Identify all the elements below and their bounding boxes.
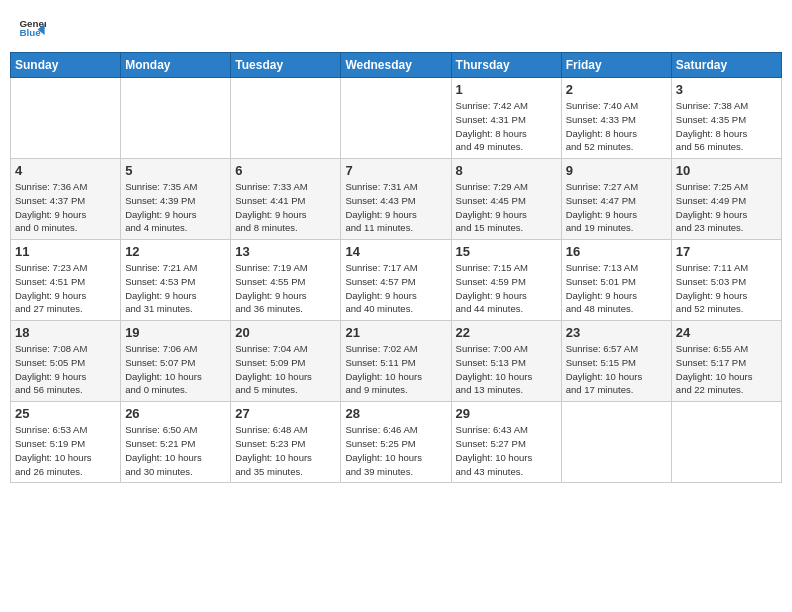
weekday-header-cell: Friday bbox=[561, 53, 671, 78]
calendar-cell: 7Sunrise: 7:31 AM Sunset: 4:43 PM Daylig… bbox=[341, 159, 451, 240]
calendar-cell: 22Sunrise: 7:00 AM Sunset: 5:13 PM Dayli… bbox=[451, 321, 561, 402]
day-info: Sunrise: 6:57 AM Sunset: 5:15 PM Dayligh… bbox=[566, 342, 667, 397]
calendar-week-row: 25Sunrise: 6:53 AM Sunset: 5:19 PM Dayli… bbox=[11, 402, 782, 483]
calendar-cell bbox=[671, 402, 781, 483]
day-number: 20 bbox=[235, 325, 336, 340]
page-header: General Blue bbox=[10, 10, 782, 46]
weekday-header-cell: Thursday bbox=[451, 53, 561, 78]
calendar-body: 1Sunrise: 7:42 AM Sunset: 4:31 PM Daylig… bbox=[11, 78, 782, 483]
weekday-header-row: SundayMondayTuesdayWednesdayThursdayFrid… bbox=[11, 53, 782, 78]
calendar-week-row: 18Sunrise: 7:08 AM Sunset: 5:05 PM Dayli… bbox=[11, 321, 782, 402]
day-info: Sunrise: 7:15 AM Sunset: 4:59 PM Dayligh… bbox=[456, 261, 557, 316]
day-number: 7 bbox=[345, 163, 446, 178]
calendar-cell: 11Sunrise: 7:23 AM Sunset: 4:51 PM Dayli… bbox=[11, 240, 121, 321]
calendar-cell: 25Sunrise: 6:53 AM Sunset: 5:19 PM Dayli… bbox=[11, 402, 121, 483]
day-number: 10 bbox=[676, 163, 777, 178]
calendar-cell: 13Sunrise: 7:19 AM Sunset: 4:55 PM Dayli… bbox=[231, 240, 341, 321]
day-info: Sunrise: 7:40 AM Sunset: 4:33 PM Dayligh… bbox=[566, 99, 667, 154]
calendar-week-row: 1Sunrise: 7:42 AM Sunset: 4:31 PM Daylig… bbox=[11, 78, 782, 159]
calendar-cell: 19Sunrise: 7:06 AM Sunset: 5:07 PM Dayli… bbox=[121, 321, 231, 402]
day-number: 24 bbox=[676, 325, 777, 340]
calendar-week-row: 4Sunrise: 7:36 AM Sunset: 4:37 PM Daylig… bbox=[11, 159, 782, 240]
calendar-cell: 9Sunrise: 7:27 AM Sunset: 4:47 PM Daylig… bbox=[561, 159, 671, 240]
calendar-cell: 10Sunrise: 7:25 AM Sunset: 4:49 PM Dayli… bbox=[671, 159, 781, 240]
day-info: Sunrise: 7:13 AM Sunset: 5:01 PM Dayligh… bbox=[566, 261, 667, 316]
day-number: 16 bbox=[566, 244, 667, 259]
day-info: Sunrise: 6:50 AM Sunset: 5:21 PM Dayligh… bbox=[125, 423, 226, 478]
day-number: 18 bbox=[15, 325, 116, 340]
calendar-cell: 2Sunrise: 7:40 AM Sunset: 4:33 PM Daylig… bbox=[561, 78, 671, 159]
calendar-cell: 24Sunrise: 6:55 AM Sunset: 5:17 PM Dayli… bbox=[671, 321, 781, 402]
weekday-header-cell: Tuesday bbox=[231, 53, 341, 78]
day-number: 6 bbox=[235, 163, 336, 178]
day-info: Sunrise: 7:29 AM Sunset: 4:45 PM Dayligh… bbox=[456, 180, 557, 235]
calendar-cell: 28Sunrise: 6:46 AM Sunset: 5:25 PM Dayli… bbox=[341, 402, 451, 483]
day-number: 28 bbox=[345, 406, 446, 421]
day-info: Sunrise: 6:46 AM Sunset: 5:25 PM Dayligh… bbox=[345, 423, 446, 478]
calendar-cell: 29Sunrise: 6:43 AM Sunset: 5:27 PM Dayli… bbox=[451, 402, 561, 483]
calendar-cell: 18Sunrise: 7:08 AM Sunset: 5:05 PM Dayli… bbox=[11, 321, 121, 402]
calendar-cell bbox=[341, 78, 451, 159]
svg-text:Blue: Blue bbox=[19, 27, 41, 38]
calendar-cell: 1Sunrise: 7:42 AM Sunset: 4:31 PM Daylig… bbox=[451, 78, 561, 159]
day-number: 5 bbox=[125, 163, 226, 178]
weekday-header-cell: Saturday bbox=[671, 53, 781, 78]
calendar-cell: 14Sunrise: 7:17 AM Sunset: 4:57 PM Dayli… bbox=[341, 240, 451, 321]
day-number: 4 bbox=[15, 163, 116, 178]
day-info: Sunrise: 7:33 AM Sunset: 4:41 PM Dayligh… bbox=[235, 180, 336, 235]
day-info: Sunrise: 7:25 AM Sunset: 4:49 PM Dayligh… bbox=[676, 180, 777, 235]
calendar-cell: 26Sunrise: 6:50 AM Sunset: 5:21 PM Dayli… bbox=[121, 402, 231, 483]
day-info: Sunrise: 7:21 AM Sunset: 4:53 PM Dayligh… bbox=[125, 261, 226, 316]
day-number: 2 bbox=[566, 82, 667, 97]
day-number: 27 bbox=[235, 406, 336, 421]
day-number: 26 bbox=[125, 406, 226, 421]
calendar-week-row: 11Sunrise: 7:23 AM Sunset: 4:51 PM Dayli… bbox=[11, 240, 782, 321]
day-info: Sunrise: 7:31 AM Sunset: 4:43 PM Dayligh… bbox=[345, 180, 446, 235]
day-info: Sunrise: 7:00 AM Sunset: 5:13 PM Dayligh… bbox=[456, 342, 557, 397]
calendar-cell: 21Sunrise: 7:02 AM Sunset: 5:11 PM Dayli… bbox=[341, 321, 451, 402]
calendar-cell bbox=[561, 402, 671, 483]
calendar-cell: 4Sunrise: 7:36 AM Sunset: 4:37 PM Daylig… bbox=[11, 159, 121, 240]
calendar-cell: 5Sunrise: 7:35 AM Sunset: 4:39 PM Daylig… bbox=[121, 159, 231, 240]
day-number: 3 bbox=[676, 82, 777, 97]
day-info: Sunrise: 7:02 AM Sunset: 5:11 PM Dayligh… bbox=[345, 342, 446, 397]
day-number: 17 bbox=[676, 244, 777, 259]
day-number: 9 bbox=[566, 163, 667, 178]
calendar-cell: 3Sunrise: 7:38 AM Sunset: 4:35 PM Daylig… bbox=[671, 78, 781, 159]
weekday-header-cell: Sunday bbox=[11, 53, 121, 78]
day-info: Sunrise: 7:35 AM Sunset: 4:39 PM Dayligh… bbox=[125, 180, 226, 235]
calendar-table: SundayMondayTuesdayWednesdayThursdayFrid… bbox=[10, 52, 782, 483]
day-info: Sunrise: 7:36 AM Sunset: 4:37 PM Dayligh… bbox=[15, 180, 116, 235]
day-info: Sunrise: 7:11 AM Sunset: 5:03 PM Dayligh… bbox=[676, 261, 777, 316]
day-info: Sunrise: 7:19 AM Sunset: 4:55 PM Dayligh… bbox=[235, 261, 336, 316]
day-number: 19 bbox=[125, 325, 226, 340]
day-info: Sunrise: 7:06 AM Sunset: 5:07 PM Dayligh… bbox=[125, 342, 226, 397]
day-info: Sunrise: 7:23 AM Sunset: 4:51 PM Dayligh… bbox=[15, 261, 116, 316]
day-number: 29 bbox=[456, 406, 557, 421]
day-info: Sunrise: 7:08 AM Sunset: 5:05 PM Dayligh… bbox=[15, 342, 116, 397]
day-info: Sunrise: 7:04 AM Sunset: 5:09 PM Dayligh… bbox=[235, 342, 336, 397]
calendar-cell: 6Sunrise: 7:33 AM Sunset: 4:41 PM Daylig… bbox=[231, 159, 341, 240]
calendar-cell bbox=[11, 78, 121, 159]
calendar-cell: 15Sunrise: 7:15 AM Sunset: 4:59 PM Dayli… bbox=[451, 240, 561, 321]
logo-icon: General Blue bbox=[18, 14, 46, 42]
day-number: 22 bbox=[456, 325, 557, 340]
day-number: 25 bbox=[15, 406, 116, 421]
day-number: 8 bbox=[456, 163, 557, 178]
day-number: 11 bbox=[15, 244, 116, 259]
logo: General Blue bbox=[18, 14, 48, 42]
weekday-header-cell: Wednesday bbox=[341, 53, 451, 78]
day-info: Sunrise: 6:48 AM Sunset: 5:23 PM Dayligh… bbox=[235, 423, 336, 478]
day-number: 12 bbox=[125, 244, 226, 259]
calendar-cell: 20Sunrise: 7:04 AM Sunset: 5:09 PM Dayli… bbox=[231, 321, 341, 402]
day-number: 23 bbox=[566, 325, 667, 340]
day-info: Sunrise: 6:43 AM Sunset: 5:27 PM Dayligh… bbox=[456, 423, 557, 478]
weekday-header-cell: Monday bbox=[121, 53, 231, 78]
calendar-cell: 27Sunrise: 6:48 AM Sunset: 5:23 PM Dayli… bbox=[231, 402, 341, 483]
day-info: Sunrise: 6:55 AM Sunset: 5:17 PM Dayligh… bbox=[676, 342, 777, 397]
day-info: Sunrise: 7:17 AM Sunset: 4:57 PM Dayligh… bbox=[345, 261, 446, 316]
day-info: Sunrise: 7:42 AM Sunset: 4:31 PM Dayligh… bbox=[456, 99, 557, 154]
day-number: 14 bbox=[345, 244, 446, 259]
calendar-cell: 17Sunrise: 7:11 AM Sunset: 5:03 PM Dayli… bbox=[671, 240, 781, 321]
day-number: 13 bbox=[235, 244, 336, 259]
